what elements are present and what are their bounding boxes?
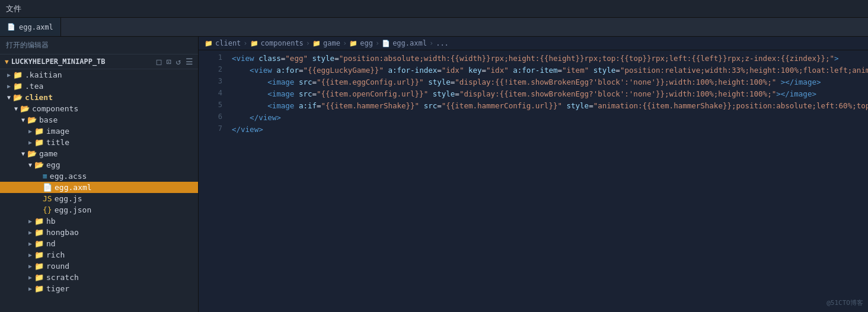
folder-open-icon: 📂 <box>27 149 37 158</box>
item-label: egg.axml <box>55 183 92 192</box>
tree-item-tiger[interactable]: ▶ 📁 tiger <box>0 283 198 294</box>
tab-filename: egg.axml <box>19 23 53 31</box>
collapse-icon: ▼ <box>5 58 9 66</box>
open-editors-label: 打开的编辑器 <box>6 40 49 50</box>
code-line-5: 5 <image a:if="{{item.hammerShake}}" src… <box>199 100 868 112</box>
code-content: <view a:for="{{eggLuckyGame}}" a:for-ind… <box>232 65 868 76</box>
bc-sep3: › <box>343 39 347 47</box>
tree-item-base[interactable]: ▼ 📂 base <box>0 114 198 126</box>
item-label: components <box>32 104 78 113</box>
folder-icon: 📁 <box>34 138 44 147</box>
code-content: <image src="{{item.eggConfig.url}}" styl… <box>232 76 821 88</box>
item-label: .kaitian <box>25 70 62 79</box>
arrow-icon: ▶ <box>26 274 34 281</box>
explorer-header: ▼ LUCKYHELPER_MINIAPP_TB □ ⊡ ↺ ☰ <box>0 54 198 69</box>
arrow-icon: ▼ <box>19 117 27 123</box>
arrow-icon: ▶ <box>26 139 34 146</box>
item-label: client <box>25 93 53 102</box>
explorer-title: ▼ LUCKYHELPER_MINIAPP_TB <box>5 57 106 66</box>
bc-folder-icon2: 📁 <box>250 40 259 47</box>
tree-item-egg-js[interactable]: JS egg.js <box>0 193 198 204</box>
refresh-icon[interactable]: ↺ <box>176 57 181 66</box>
js-file-icon: JS <box>43 194 52 203</box>
bc-client: client <box>215 39 241 47</box>
sidebar: 打开的编辑器 ▼ LUCKYHELPER_MINIAPP_TB □ ⊡ ↺ ☰ … <box>0 37 199 312</box>
tree-item-egg-json[interactable]: {} egg.json <box>0 204 198 215</box>
tree-item-game[interactable]: ▼ 📂 game <box>0 148 198 159</box>
code-editor[interactable]: 1 <view class="egg" style="position:abso… <box>199 50 868 312</box>
arrow-icon: ▶ <box>26 218 34 224</box>
tree-item-image[interactable]: ▶ 📁 image <box>0 126 198 137</box>
folder-icon: 📁 <box>34 228 44 237</box>
arrow-icon: ▶ <box>5 83 13 89</box>
item-label: scratch <box>46 273 79 282</box>
tree-item-hongbao[interactable]: ▶ 📁 hongbao <box>0 227 198 238</box>
arrow-icon: ▶ <box>26 263 34 269</box>
tree-item-client[interactable]: ▼ 📂 client <box>0 92 198 103</box>
collapse-all-icon[interactable]: ☰ <box>186 57 193 66</box>
item-label: title <box>46 138 69 147</box>
tab-bar: 📄 egg.axml <box>0 18 868 37</box>
item-label: egg <box>46 160 60 169</box>
css-file-icon: ≡ <box>43 172 47 181</box>
folder-open-icon: 📂 <box>20 104 30 113</box>
code-content: </view> <box>232 112 281 124</box>
menu-file[interactable]: 文件 <box>6 4 21 14</box>
code-line-4: 4 <image src="{{item.openConfig.url}}" s… <box>199 88 868 100</box>
line-number: 5 <box>203 100 222 109</box>
arrow-icon: ▼ <box>5 94 13 101</box>
tree-item-components[interactable]: ▼ 📂 components <box>0 103 198 114</box>
line-number: 7 <box>203 124 222 133</box>
arrow-icon: ▶ <box>5 72 13 78</box>
item-label: egg.json <box>55 205 92 214</box>
line-number: 3 <box>203 76 222 85</box>
folder-icon: 📁 <box>34 127 44 136</box>
line-number: 4 <box>203 88 222 97</box>
explorer-action-icons: □ ⊡ ↺ ☰ <box>157 57 193 66</box>
bc-folder-icon3: 📁 <box>312 40 321 47</box>
tree-item-rich[interactable]: ▶ 📁 rich <box>0 249 198 260</box>
tree-item-tea[interactable]: ▶ 📁 .tea <box>0 81 198 92</box>
item-label: image <box>46 127 69 136</box>
new-folder-icon[interactable]: ⊡ <box>166 57 171 66</box>
json-file-icon: {} <box>43 205 52 214</box>
item-label: nd <box>46 239 56 248</box>
folder-icon: 📁 <box>13 70 23 79</box>
folder-open-icon: 📂 <box>27 115 37 124</box>
editor-tab[interactable]: 📄 egg.axml <box>0 18 61 36</box>
editor-area: 📁 client › 📁 components › 📁 game › 📁 egg… <box>199 37 868 312</box>
tree-item-round[interactable]: ▶ 📁 round <box>0 260 198 272</box>
tree-item-title[interactable]: ▶ 📁 title <box>0 137 198 148</box>
folder-icon: 📁 <box>34 217 44 226</box>
bc-sep2: › <box>306 39 310 47</box>
tree-item-egg-axml[interactable]: 📄 egg.axml <box>0 182 198 193</box>
folder-icon: 📁 <box>34 284 44 293</box>
code-content: <image src="{{item.openConfig.url}}" sty… <box>232 88 816 100</box>
tree-item-egg[interactable]: ▼ 📂 egg <box>0 159 198 171</box>
code-line-2: 2 <view a:for="{{eggLuckyGame}}" a:for-i… <box>199 65 868 76</box>
bc-components: components <box>261 39 304 47</box>
tab-file-icon: 📄 <box>7 23 15 31</box>
tree-item-hb[interactable]: ▶ 📁 hb <box>0 215 198 227</box>
tree-item-scratch[interactable]: ▶ 📁 scratch <box>0 272 198 283</box>
open-editors-header: 打开的编辑器 <box>0 37 198 54</box>
item-label: round <box>46 262 69 271</box>
bc-sep5: › <box>429 39 433 47</box>
tree-item-kaitian[interactable]: ▶ 📁 .kaitian <box>0 69 198 81</box>
tree-item-nd[interactable]: ▶ 📁 nd <box>0 238 198 249</box>
arrow-icon: ▶ <box>26 128 34 134</box>
bc-ellipsis: ... <box>436 39 449 47</box>
bc-game: game <box>323 39 340 47</box>
item-label: egg.acss <box>50 172 87 181</box>
item-label: game <box>39 149 58 158</box>
file-tree: ▶ 📁 .kaitian ▶ 📁 .tea ▼ 📂 client ▼ 📂 com… <box>0 69 198 294</box>
item-label: tiger <box>46 284 69 293</box>
item-label: hongbao <box>46 228 79 237</box>
new-file-icon[interactable]: □ <box>157 57 161 66</box>
line-number: 6 <box>203 112 222 121</box>
tree-item-egg-acss[interactable]: ≡ egg.acss <box>0 171 198 182</box>
code-content: <image a:if="{{item.hammerShake}}" src="… <box>232 100 868 112</box>
folder-icon: 📁 <box>34 250 44 259</box>
folder-open-icon: 📂 <box>13 93 23 102</box>
folder-open-icon: 📂 <box>34 160 44 169</box>
